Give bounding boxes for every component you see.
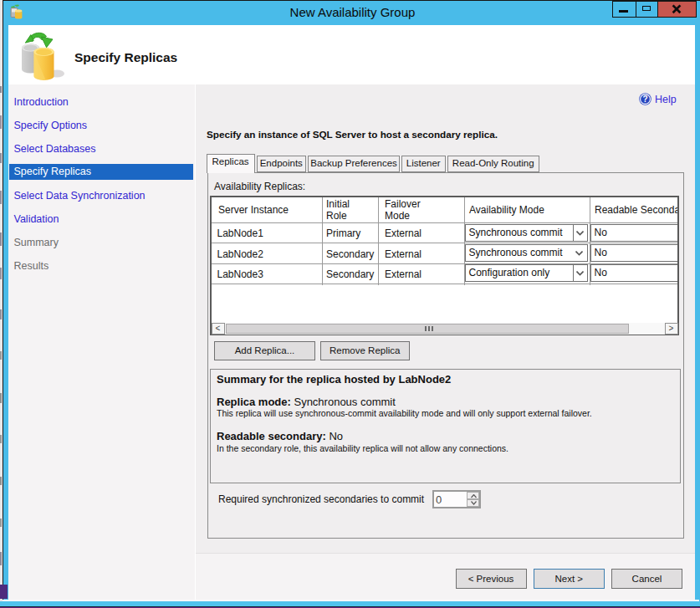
svg-text:?: ? [642, 95, 647, 104]
